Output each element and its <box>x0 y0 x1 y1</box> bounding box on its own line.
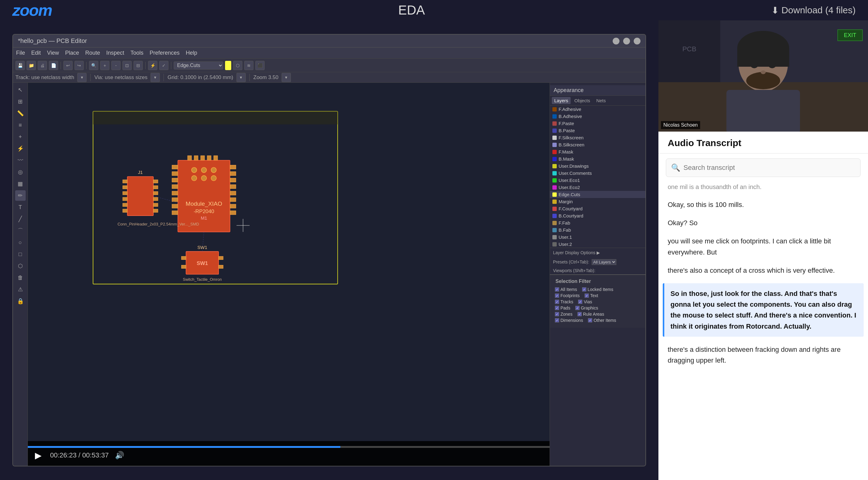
layer-display-options[interactable]: Layer Display Options ▶ <box>550 248 645 257</box>
tool-measure[interactable]: 📏 <box>15 108 26 118</box>
toolbar-ratsnest[interactable]: ≋ <box>244 61 253 70</box>
toolbar-copper[interactable]: ⬡ <box>233 61 242 70</box>
toolbar-pdf[interactable]: 📄 <box>49 61 58 70</box>
filter-pads[interactable]: Pads <box>555 306 570 310</box>
filter-dimensions[interactable]: Dimensions <box>555 318 583 323</box>
tool-add[interactable]: + <box>15 132 26 142</box>
menu-preferences[interactable]: Preferences <box>150 50 180 56</box>
search-box[interactable]: 🔍 <box>666 159 861 177</box>
layer-edgecuts[interactable]: Edge.Cuts <box>550 191 645 198</box>
tool-text[interactable]: T <box>15 202 26 212</box>
filter-vias[interactable]: Vias <box>578 299 592 304</box>
progress-bar[interactable] <box>28 446 550 448</box>
filter-locked[interactable]: Locked Items <box>582 287 613 292</box>
toolbar-route[interactable]: ⚡ <box>148 61 157 70</box>
filter-tracks[interactable]: Tracks <box>555 299 573 304</box>
tool-grid[interactable]: ⊞ <box>15 96 26 107</box>
toolbar-3d[interactable]: ⬛ <box>255 61 265 70</box>
menu-inspect[interactable]: Inspect <box>106 50 124 56</box>
layer-bcourtyard[interactable]: B.Courtyard <box>550 212 645 219</box>
menu-route[interactable]: Route <box>85 50 100 56</box>
via-select-btn[interactable]: ▼ <box>151 73 160 82</box>
tab-layers[interactable]: Layers <box>552 97 570 104</box>
close-button[interactable] <box>634 38 641 44</box>
menu-help[interactable]: Help <box>186 50 197 56</box>
toolbar-undo[interactable]: ↩ <box>63 61 73 70</box>
tab-nets[interactable]: Nets <box>594 97 608 104</box>
menu-file[interactable]: File <box>16 50 25 56</box>
layer-usereco1[interactable]: User.Eco1 <box>550 177 645 184</box>
filter-ruleareas[interactable]: Rule Areas <box>578 312 604 317</box>
toolbar-zoom-out[interactable]: - <box>111 61 121 70</box>
layer-bfab[interactable]: B.Fab <box>550 227 645 234</box>
layer-usercomments[interactable]: User.Comments <box>550 170 645 177</box>
presets-select[interactable]: All Layers <box>592 259 616 265</box>
layer-userdrawings[interactable]: User.Drawings <box>550 163 645 170</box>
tool-via[interactable]: ◎ <box>15 167 26 177</box>
play-button[interactable]: ▶ <box>33 450 44 461</box>
toolbar-zoom-sel[interactable]: ⊟ <box>133 61 143 70</box>
layer-fpaste[interactable]: F.Paste <box>550 120 645 127</box>
filter-text[interactable]: Text <box>585 293 598 298</box>
toolbar-save[interactable]: 💾 <box>16 61 25 70</box>
tool-trace[interactable]: 〰 <box>15 155 26 166</box>
menu-edit[interactable]: Edit <box>31 50 41 56</box>
layer-badhesive[interactable]: B.Adhesive <box>550 113 645 120</box>
tool-arc[interactable]: ⌒ <box>15 226 26 236</box>
filter-graphics[interactable]: Graphics <box>575 306 598 310</box>
layer-usereco2[interactable]: User.Eco2 <box>550 184 645 191</box>
tool-layers[interactable]: ≡ <box>15 120 26 130</box>
tool-circle[interactable]: ○ <box>15 237 26 248</box>
menu-place[interactable]: Place <box>65 50 79 56</box>
tool-zone[interactable]: ▦ <box>15 178 26 189</box>
zoom-logo: zoom <box>12 1 52 20</box>
filter-footprints[interactable]: Footprints <box>555 293 580 298</box>
zoom-select-btn[interactable]: ▼ <box>282 73 291 82</box>
layer-margin[interactable]: Margin <box>550 198 645 205</box>
toolbar-open[interactable]: 📁 <box>27 61 36 70</box>
track-select-btn[interactable]: ▼ <box>77 73 87 82</box>
toolbar-redo[interactable]: ↪ <box>74 61 84 70</box>
layer-fsilk[interactable]: F.Silkscreen <box>550 134 645 141</box>
tool-edit[interactable]: ✏ <box>15 190 26 201</box>
search-input[interactable] <box>683 164 855 172</box>
transcript-para-0: one mil is a thousandth of an inch. <box>668 182 859 192</box>
layer-fmask[interactable]: F.Mask <box>550 148 645 156</box>
layer-color-btn[interactable] <box>225 61 231 70</box>
tool-line[interactable]: ╱ <box>15 214 26 224</box>
toolbar-drc[interactable]: ✓ <box>159 61 168 70</box>
minimize-button[interactable] <box>613 38 619 44</box>
volume-button[interactable]: 🔊 <box>115 451 124 459</box>
tool-drc2[interactable]: ⚠ <box>15 284 26 295</box>
toolbar-search[interactable]: 🔍 <box>89 61 98 70</box>
toolbar-print[interactable]: 🖨 <box>38 61 47 70</box>
menu-view[interactable]: View <box>47 50 59 56</box>
tool-cursor[interactable]: ↖ <box>15 84 26 95</box>
grid-select-btn[interactable]: ▼ <box>237 73 246 82</box>
filter-all-items[interactable]: All Items <box>555 287 577 292</box>
tool-poly[interactable]: ⬡ <box>15 261 26 271</box>
layer-bmask[interactable]: B.Mask <box>550 156 645 163</box>
tool-route2[interactable]: ⚡ <box>15 143 26 154</box>
canvas-area[interactable]: Module_XIAO -RP2040 M1 <box>28 83 550 466</box>
layer-fadhesive[interactable]: F.Adhesive <box>550 106 645 113</box>
menu-tools[interactable]: Tools <box>130 50 144 56</box>
toolbar-zoom-fit[interactable]: ⊡ <box>122 61 132 70</box>
toolbar-zoom-in[interactable]: + <box>100 61 110 70</box>
layer-ffab[interactable]: F.Fab <box>550 219 645 227</box>
layer-user1[interactable]: User.1 <box>550 234 645 241</box>
filter-zones[interactable]: Zones <box>555 312 572 317</box>
layer-bsilk[interactable]: B.Silkscreen <box>550 141 645 148</box>
layer-name-fmask: F.Mask <box>559 149 574 155</box>
layer-selector[interactable]: Edge.Cuts <box>174 62 223 69</box>
download-button[interactable]: ⬇ Download (4 files) <box>771 5 856 16</box>
tool-rect[interactable]: □ <box>15 249 26 260</box>
tab-objects[interactable]: Objects <box>572 97 593 104</box>
tool-snap[interactable]: 🔒 <box>15 296 26 306</box>
filter-other[interactable]: Other Items <box>588 318 616 323</box>
restore-button[interactable] <box>623 38 630 44</box>
tool-delete[interactable]: 🗑 <box>15 272 26 283</box>
layer-bpaste[interactable]: B.Paste <box>550 127 645 134</box>
layer-user2[interactable]: User.2 <box>550 241 645 248</box>
layer-fcourtyard[interactable]: F.Courtyard <box>550 205 645 212</box>
